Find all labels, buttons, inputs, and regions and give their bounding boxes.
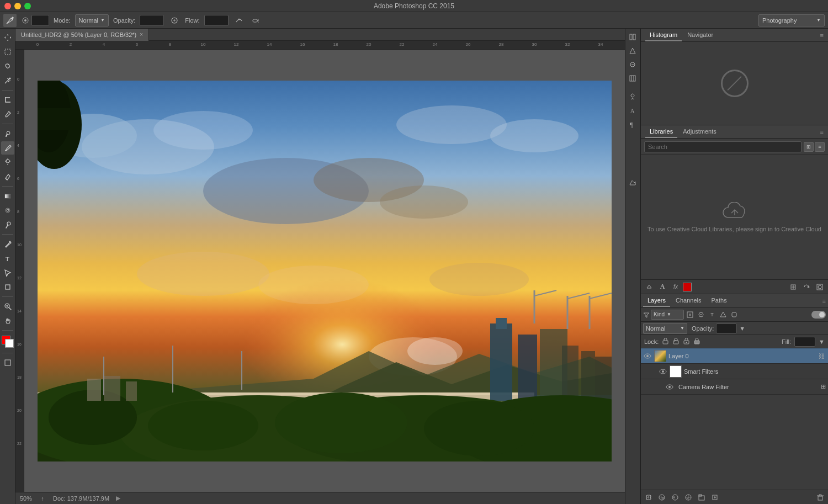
- filter-shape-icon[interactable]: [718, 310, 728, 320]
- path-selection-tool[interactable]: [1, 266, 14, 279]
- libraries-tab[interactable]: Libraries: [645, 126, 677, 138]
- dodge-tool[interactable]: [1, 218, 14, 231]
- add-layer-style-button[interactable]: fx: [656, 492, 667, 503]
- layers-options[interactable]: ≡: [822, 298, 826, 304]
- panels-icon-5[interactable]: [627, 91, 639, 103]
- lock-transparent-icon[interactable]: [662, 337, 669, 346]
- magic-wand-tool[interactable]: [1, 74, 14, 87]
- maximize-button[interactable]: [24, 3, 31, 9]
- new-fill-adjustment-button[interactable]: [683, 492, 694, 503]
- eraser-tool[interactable]: [1, 170, 14, 183]
- libraries-options[interactable]: ≡: [820, 129, 824, 135]
- opacity-input[interactable]: 100%: [140, 15, 164, 26]
- layer-opacity-input[interactable]: 100%: [716, 323, 737, 333]
- marquee-tool[interactable]: [1, 45, 14, 59]
- fx-btn-fx[interactable]: fx: [670, 281, 682, 293]
- lock-all-icon[interactable]: [693, 337, 700, 346]
- filter-smart-icon[interactable]: [729, 310, 739, 320]
- fill-arrow[interactable]: ▼: [819, 338, 825, 345]
- move-tool[interactable]: [1, 31, 14, 44]
- brush-size-input[interactable]: 5: [31, 15, 49, 26]
- flow-input[interactable]: 100%: [204, 15, 229, 26]
- add-mask-button[interactable]: [670, 492, 681, 503]
- layers-tab[interactable]: Layers: [643, 295, 670, 307]
- opacity-options-button[interactable]: [168, 14, 181, 26]
- minimize-button[interactable]: [14, 3, 21, 9]
- kind-filter-dropdown[interactable]: Kind ▼: [651, 310, 684, 320]
- document-tab[interactable]: Untitled_HDR2 @ 50% (Layer 0, RGB/32*) ×: [15, 29, 149, 41]
- panels-icon-7[interactable]: ¶: [627, 118, 639, 130]
- layer-0-link-icon[interactable]: ⛓: [819, 353, 825, 359]
- panels-icon-2[interactable]: [627, 45, 639, 57]
- panels-icon-4[interactable]: [627, 72, 639, 84]
- workspace-dropdown[interactable]: Photography ▼: [758, 14, 825, 26]
- lasso-tool[interactable]: [1, 60, 14, 73]
- layer-fill-input[interactable]: 100%: [794, 337, 815, 347]
- camera-raw-visibility[interactable]: [665, 383, 674, 391]
- flow-options-button[interactable]: [233, 14, 245, 26]
- close-button[interactable]: [4, 3, 11, 9]
- crop-tool[interactable]: [1, 93, 14, 107]
- camera-raw-item[interactable]: Camera Raw Filter ⊞: [641, 379, 828, 395]
- adjustments-tab[interactable]: Adjustments: [678, 126, 721, 138]
- layer-0-visibility[interactable]: [643, 352, 652, 360]
- histogram-tab[interactable]: Histogram: [645, 29, 682, 41]
- filter-type-icon[interactable]: T: [707, 310, 717, 320]
- workspace-selector[interactable]: Photography ▼: [758, 14, 825, 26]
- panels-icon-6[interactable]: A: [627, 104, 639, 116]
- fx-btn-cycle[interactable]: [800, 281, 813, 293]
- window-controls[interactable]: [4, 3, 31, 9]
- lock-position-icon[interactable]: [683, 337, 690, 346]
- fx-btn-1[interactable]: [643, 281, 655, 293]
- opacity-arrow[interactable]: ▼: [739, 325, 745, 332]
- grid-view-button[interactable]: ⊞: [804, 142, 814, 152]
- panels-icon-8[interactable]: [627, 176, 639, 188]
- spot-healing-tool[interactable]: [1, 127, 14, 140]
- hand-tool[interactable]: [1, 314, 14, 327]
- fx-btn-compare[interactable]: [814, 281, 826, 293]
- eyedropper-tool[interactable]: [1, 108, 14, 121]
- background-color[interactable]: [5, 339, 14, 348]
- layer-0-item[interactable]: Layer 0 ⛓: [641, 348, 828, 364]
- airbrush-button[interactable]: [250, 14, 262, 26]
- lock-image-icon[interactable]: [672, 337, 680, 346]
- smart-filters-visibility[interactable]: [659, 367, 667, 376]
- navigator-tab[interactable]: Navigator: [683, 29, 718, 41]
- channels-tab[interactable]: Channels: [671, 295, 705, 307]
- doc-close-button[interactable]: ×: [140, 31, 143, 38]
- paths-tab[interactable]: Paths: [707, 295, 731, 307]
- blend-mode-dropdown[interactable]: Normal ▼: [643, 323, 687, 334]
- doc-size-arrow[interactable]: ▶: [116, 495, 120, 502]
- panels-icon-1[interactable]: [627, 31, 639, 43]
- color-swatches[interactable]: [2, 336, 14, 348]
- blur-tool[interactable]: [1, 204, 14, 217]
- panels-icon-3[interactable]: [627, 59, 639, 71]
- filter-pixel-icon[interactable]: [685, 310, 695, 320]
- pen-tool[interactable]: [1, 237, 14, 251]
- new-group-button[interactable]: [696, 492, 707, 503]
- fx-btn-text[interactable]: A: [656, 281, 668, 293]
- brush-tool[interactable]: [1, 141, 14, 155]
- link-layers-button[interactable]: [643, 492, 654, 503]
- text-tool[interactable]: T: [1, 252, 14, 265]
- filter-toggle[interactable]: [811, 311, 826, 319]
- share-button[interactable]: ↑: [36, 492, 49, 505]
- camera-raw-options[interactable]: ⊞: [821, 383, 826, 390]
- new-layer-button[interactable]: [709, 492, 720, 503]
- list-view-button[interactable]: ≡: [815, 142, 825, 152]
- gradient-tool[interactable]: [1, 189, 14, 203]
- screen-mode-tool[interactable]: [1, 356, 14, 369]
- mode-dropdown[interactable]: Normal ▼: [75, 14, 109, 26]
- current-tool-icon[interactable]: [3, 14, 17, 27]
- zoom-tool[interactable]: [1, 300, 14, 313]
- filter-adjustment-icon[interactable]: [696, 310, 706, 320]
- shape-tool[interactable]: [1, 280, 14, 294]
- canvas-viewport[interactable]: [24, 50, 625, 492]
- delete-layer-button[interactable]: [815, 492, 826, 503]
- fx-btn-add[interactable]: [787, 281, 799, 293]
- histogram-options[interactable]: ≡: [820, 32, 824, 39]
- fx-color-swatch[interactable]: [683, 283, 692, 291]
- clone-stamp-tool[interactable]: [1, 156, 14, 169]
- libraries-search-input[interactable]: [644, 141, 802, 152]
- smart-filters-item[interactable]: Smart Filters: [641, 364, 828, 379]
